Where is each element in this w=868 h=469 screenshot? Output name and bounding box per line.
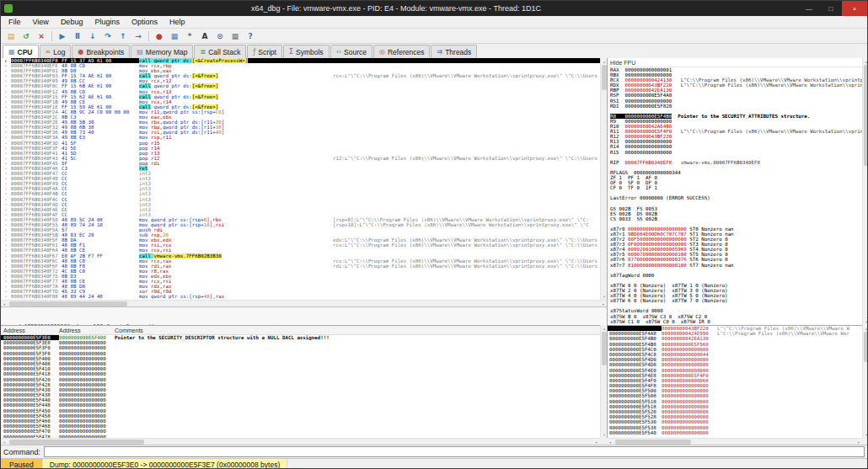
calculator-icon: ▦ [232, 32, 239, 40]
dump-panel[interactable]: AddressAddressComments 0000000000E5F3E00… [1, 325, 600, 438]
close-icon: × [853, 5, 857, 13]
minimize-button[interactable]: — [798, 1, 820, 16]
dump-column-header-address[interactable]: Address [1, 328, 59, 333]
tab-label: Breakpoints [86, 48, 124, 56]
restart-button[interactable]: ↺ [19, 29, 34, 43]
token: rax [163, 264, 171, 269]
registers-scrollbar-thumb[interactable] [864, 65, 868, 166]
disassembly-vertical-scrollbar[interactable]: ▴ ▾ [600, 58, 607, 300]
stack-horizontal-scrollbar[interactable]: ◂ ▸ [607, 438, 862, 445]
register-line[interactable]: x87SW_C1 0 x87SW_C0 0 x87SW_IR 0 [608, 319, 862, 324]
menu-item-options[interactable]: Options [126, 18, 163, 26]
tab-source[interactable]: ‹›Source [330, 45, 372, 58]
registers-panel[interactable]: Hide FPU RAX 0000000000000001RBX 0000000… [607, 58, 862, 325]
breakpoint-dot-icon[interactable]: • [1, 294, 11, 299]
register-token: ST3 [687, 242, 701, 247]
register-token: 00000000042EA130 [624, 88, 672, 93]
scroll-down-icon[interactable]: ▾ [863, 318, 868, 325]
register-token: 0000000000000000 [624, 150, 672, 155]
register-token: ST5 [687, 252, 701, 257]
menu-item-help[interactable]: Help [163, 18, 191, 26]
register-token: ST0 [687, 227, 701, 232]
token: call qword ptr ds: [139, 58, 192, 63]
register-token: x87r7 [610, 263, 628, 268]
breakpoint-button[interactable]: ● [152, 29, 167, 43]
register-token: x87r4 [610, 247, 628, 252]
cpu-icon: ▦ [8, 48, 15, 56]
command-bar: Command: [1, 445, 867, 458]
scroll-up-icon[interactable]: ▴ [863, 325, 868, 332]
stack-scrollbar-thumb[interactable] [864, 332, 868, 362]
step-into-button[interactable]: ↓ [85, 29, 100, 43]
dump-horizontal-scrollbar[interactable]: ◂ ▸ [1, 438, 600, 445]
stack-row[interactable]: 0000000000E5F5400000000000000000 [608, 430, 862, 435]
tab-breakpoints[interactable]: ●Breakpoints [72, 45, 130, 58]
step-out-icon: ↑ [120, 32, 126, 40]
menu-item-view[interactable]: View [27, 18, 55, 26]
memory-button[interactable]: ▦ [167, 29, 182, 43]
tab-log[interactable]: ≡Log [40, 45, 72, 58]
dump-column-header-comments[interactable]: Comments [115, 328, 600, 333]
tab-cpu[interactable]: ▦CPU [3, 45, 39, 58]
token: qword ptr ds: [153, 94, 191, 99]
tab-references[interactable]: ◎References [373, 45, 430, 58]
font-button[interactable]: A [197, 29, 212, 43]
tab-call-stack[interactable]: ≣Call Stack [194, 45, 246, 58]
stack-panel[interactable]: 0000000000E5F4A000000000043BF220L"\"C:\\… [607, 325, 862, 438]
references-icon: ◎ [379, 48, 385, 56]
stop-button[interactable]: × [34, 29, 49, 43]
token: rcx [151, 99, 159, 104]
disassembly-horizontal-scrollbar[interactable]: ◂ ▸ [1, 300, 607, 306]
menu-item-file[interactable]: File [3, 18, 27, 26]
step-out-button[interactable]: ↑ [115, 29, 131, 43]
disassembly-row[interactable]: •00007FF6B0340F8048 89 44 24 48mov qword… [1, 294, 600, 299]
tab-threads[interactable]: ⇉Threads [431, 45, 477, 58]
tab-memory-map[interactable]: ▤Memory Map [131, 45, 193, 58]
close-button[interactable]: × [842, 1, 867, 16]
help-button[interactable]: ? [243, 29, 258, 43]
token: C0 [216, 109, 222, 115]
token: mov [139, 217, 151, 222]
scroll-up-icon[interactable]: ▴ [863, 58, 868, 65]
help-icon: ? [248, 32, 252, 40]
token: mov [139, 125, 151, 130]
command-input[interactable] [44, 446, 865, 457]
font-icon: A [202, 32, 208, 40]
token: rax [216, 294, 224, 299]
run-button[interactable]: ▶ [55, 29, 70, 43]
breakpoint-icon: ● [156, 32, 163, 40]
dump-vertical-scrollbar[interactable]: ▴ ▾ [600, 325, 607, 438]
stack-vertical-scrollbar[interactable]: ▴ ▾ [862, 325, 868, 438]
title-bar[interactable]: x64_dbg - File: vmware-vmx.exe - PID: E4… [1, 1, 867, 16]
token: 38 [216, 125, 222, 130]
menu-item-debug[interactable]: Debug [55, 18, 89, 26]
token: call [139, 104, 151, 109]
hide-fpu-button[interactable]: Hide FPU [610, 60, 635, 66]
tab-label: Symbols [296, 48, 324, 56]
status-paused-badge: Paused [1, 459, 43, 469]
token: rsp [151, 135, 159, 140]
search-button[interactable]: ⊙ [212, 29, 228, 43]
scroll-down-icon[interactable]: ▾ [863, 431, 868, 438]
calculator-button[interactable]: ▦ [228, 29, 243, 43]
token: [<&CreateProcessW>] [192, 58, 248, 63]
open-file-button[interactable]: ▤ [3, 29, 19, 43]
pause-button[interactable]: Ⅱ [70, 29, 85, 43]
tab-symbols[interactable]: ΣSymbols [283, 45, 330, 58]
menu-item-plugins[interactable]: Plugins [88, 18, 126, 26]
maximize-button[interactable]: □ [820, 1, 842, 16]
step-over-button[interactable]: ↷ [100, 29, 115, 43]
register-token: x87SW_B [610, 314, 634, 319]
register-token: 0033 [619, 216, 630, 221]
registers-vertical-scrollbar[interactable]: ▴ ▾ [862, 58, 868, 325]
register-token: 0000000000000001 [624, 67, 672, 72]
token: rbx [151, 120, 159, 125]
minimize-icon: — [806, 5, 812, 13]
settings-button[interactable]: * [182, 29, 197, 43]
tab-script[interactable]: ƒScript [247, 45, 282, 58]
dump-column-header-address[interactable]: Address [59, 328, 115, 333]
token: int3 [139, 181, 151, 186]
window-title: x64_dbg - File: vmware-vmx.exe - PID: E4… [1, 4, 791, 13]
run-to-return-button[interactable]: → [131, 29, 146, 43]
disassembly-view[interactable]: ▸00007FF6B0340EF8FF 15 37 A9 61 00call q… [1, 58, 600, 300]
